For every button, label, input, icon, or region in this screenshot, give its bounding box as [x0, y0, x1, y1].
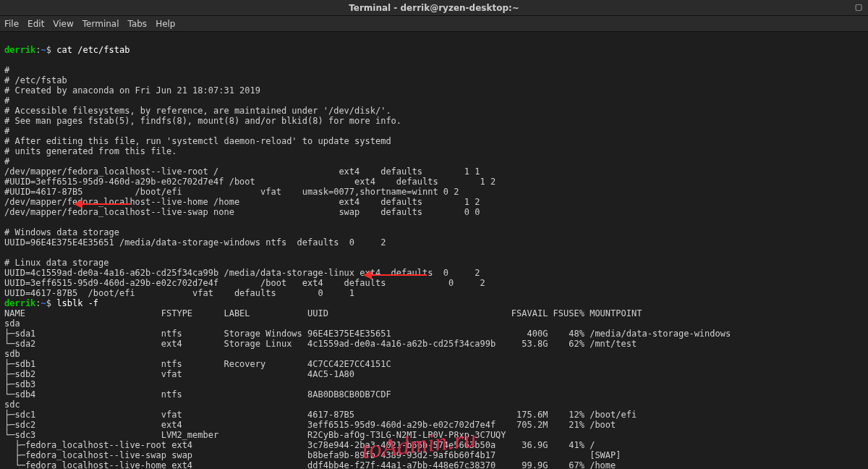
lsblk-row: ├─sdc2 ext4 3eff6515-95d9-460d-a29b-e02c…: [4, 420, 616, 430]
menu-help[interactable]: Help: [156, 19, 175, 29]
menu-file[interactable]: File: [4, 19, 19, 29]
fstab-line: UUID=4c1559ad-de0a-4a16-a62b-cd25f34ca99…: [4, 268, 480, 278]
lsblk-row: ├─sdb3: [4, 379, 35, 389]
menu-view[interactable]: View: [53, 19, 73, 29]
fstab-line: #: [4, 65, 9, 75]
fstab-line: #: [4, 126, 9, 136]
command-lsblk: lsblk -f: [56, 298, 98, 308]
lsblk-row: sdb: [4, 349, 20, 359]
fstab-line: #: [4, 156, 9, 166]
fstab-line: UUID=4617-87B5 /boot/efi vfat defaults 0…: [4, 288, 354, 298]
prompt-host: derrik: [4, 298, 35, 308]
menu-terminal[interactable]: Terminal: [82, 19, 119, 29]
terminal-viewport[interactable]: derrik:~$ cat /etc/fstab # # /etc/fstab …: [0, 32, 868, 469]
lsblk-row: ├─sdb1 ntfs Recovery 4C7CC42E7CC4151C: [4, 359, 391, 369]
fstab-line: # Created by anaconda on Fri Jun 21 18:0…: [4, 85, 260, 96]
window-titlebar: Terminal - derrik@ryzen-desktop:~ ▢: [0, 0, 868, 16]
fstab-line: # Linux data storage: [4, 258, 109, 268]
fstab-line: # units generated from this file.: [4, 146, 176, 156]
fstab-line: #UUID=4617-87B5 /boot/efi vfat umask=007…: [4, 187, 459, 197]
fstab-line: /dev/mapper/fedora_localhost--live-swap …: [4, 207, 480, 217]
prompt-sep: :: [35, 45, 41, 55]
lsblk-row: sdc: [4, 400, 20, 410]
prompt-sigil: $: [46, 298, 51, 308]
prompt-sep: :: [35, 298, 41, 308]
fstab-line: #UUID=3eff6515-95d9-460d-a29b-e02c702d7e…: [4, 177, 495, 187]
fstab-line: # Accessible filesystems, by reference, …: [4, 106, 391, 116]
lsblk-row: ├─fedora_localhost--live-root ext4 3c78e…: [4, 440, 595, 450]
lsblk-header: NAME FSTYPE LABEL UUID FSAVAIL FSUSE% MO…: [4, 308, 642, 318]
fstab-line: # After editing this file, run 'systemct…: [4, 136, 391, 146]
lsblk-row: ├─sdc1 vfat 4617-87B5 175.6M 12% /boot/e…: [4, 410, 637, 420]
prompt-path: ~: [41, 45, 46, 55]
lsblk-row: └─sda2 ext4 Storage Linux 4c1559ad-de0a-…: [4, 339, 637, 349]
lsblk-row: sda: [4, 318, 20, 329]
fstab-line-windows-uuid: UUID=96E4E375E4E35651 /media/data-storag…: [4, 237, 386, 248]
fstab-line: /dev/mapper/fedora_localhost--live-home …: [4, 197, 480, 207]
prompt-sigil: $: [46, 45, 51, 55]
prompt-path: ~: [41, 298, 46, 308]
command-cat-fstab: cat /etc/fstab: [56, 45, 129, 55]
menu-tabs[interactable]: Tabs: [128, 19, 148, 29]
fstab-line: /dev/mapper/fedora_localhost--live-root …: [4, 166, 480, 177]
lsblk-row-sda1: ├─sda1 ntfs Storage Windows 96E4E375E4E3…: [4, 329, 731, 339]
lsblk-row: └─fedora_localhost--live-home ext4 ddf4b…: [4, 460, 616, 469]
fstab-line: # /etc/fstab: [4, 75, 67, 85]
prompt-host: derrik: [4, 45, 35, 55]
fstab-line: # Windows data storage: [4, 227, 119, 237]
fstab-line: # See man pages fstab(5), findfs(8), mou…: [4, 116, 401, 126]
menu-bar: File Edit View Terminal Tabs Help: [0, 16, 868, 32]
window-maximize-icon[interactable]: ▢: [854, 2, 864, 12]
lsblk-row: ├─sdb2 vfat 4AC5-1A80: [4, 369, 354, 379]
menu-edit[interactable]: Edit: [27, 19, 44, 29]
lsblk-row: └─sdb4 ntfs 8AB0DB8CB0DB7CDF: [4, 389, 391, 400]
fstab-line: #: [4, 96, 9, 106]
window-title: Terminal - derrik@ryzen-desktop:~: [349, 3, 519, 13]
fstab-line: UUID=3eff6515-95d9-460d-a29b-e02c702d7e4…: [4, 278, 485, 288]
lsblk-row: ├─fedora_localhost--live-swap swap b8bef…: [4, 450, 621, 460]
